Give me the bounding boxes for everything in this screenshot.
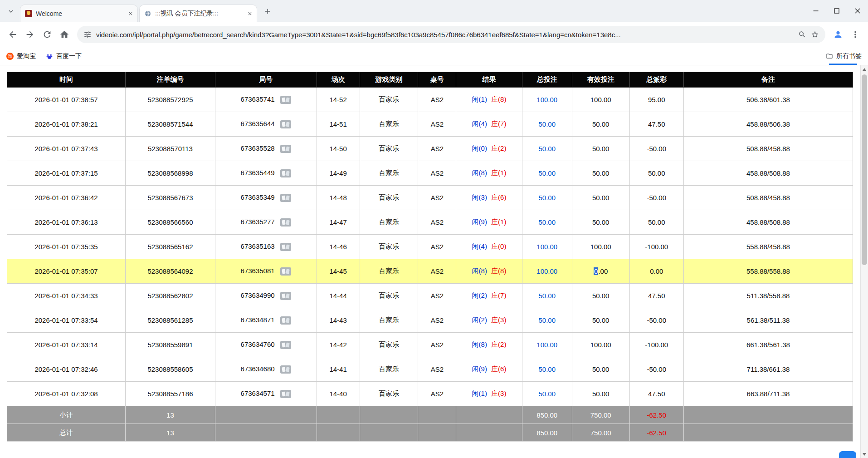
new-tab-button[interactable] (261, 5, 274, 18)
table-row[interactable]: 2026-01-01 07:33:14 523088559891 6736347… (7, 333, 853, 357)
forward-button[interactable] (22, 26, 38, 43)
home-button[interactable] (56, 26, 73, 43)
cell-remark: 711.38/661.38 (683, 357, 853, 382)
cell-result: 闲(9) 庄(6) (456, 357, 522, 382)
total-bet-link[interactable]: 50.00 (538, 194, 556, 202)
tab-title: Welcome (36, 10, 123, 17)
view-cards-icon[interactable] (280, 292, 291, 300)
menu-button[interactable] (847, 26, 863, 43)
total-bet-link[interactable]: 50.00 (538, 292, 556, 300)
cell-time: 2026-01-01 07:36:42 (7, 186, 126, 210)
bookmark-baidu[interactable]: 百度一下 (46, 52, 82, 60)
total-bet-link[interactable]: 50.00 (538, 218, 556, 226)
col-header-session: 场次 (317, 72, 360, 88)
result-banker: 庄(8) (491, 95, 506, 103)
view-cards-icon[interactable] (280, 267, 291, 276)
tab-close-icon[interactable] (127, 10, 135, 18)
cell-session: 14-42 (317, 333, 360, 357)
total-bet-link[interactable]: 100.00 (536, 267, 557, 275)
view-cards-icon[interactable] (280, 316, 291, 325)
cell-session: 14-50 (317, 137, 360, 161)
all-bookmarks-button[interactable]: 所有书签 (826, 52, 862, 60)
table-row[interactable]: 2026-01-01 07:36:42 523088567673 6736353… (7, 186, 853, 210)
corner-blue-button[interactable] (839, 451, 856, 458)
view-cards-icon[interactable] (280, 169, 291, 177)
total-bet-link[interactable]: 50.00 (538, 169, 556, 177)
result-banker: 庄(0) (491, 242, 506, 250)
bookmark-taobao[interactable]: 淘 爱淘宝 (6, 52, 36, 60)
table-row[interactable]: 2026-01-01 07:35:07 523088564092 6736350… (7, 259, 853, 284)
profile-button[interactable] (830, 26, 846, 43)
scrollbar-down-arrow[interactable] (861, 450, 868, 458)
bookmark-star-icon[interactable] (811, 30, 819, 39)
table-row[interactable]: 2026-01-01 07:36:13 523088566560 6736352… (7, 210, 853, 235)
refresh-button[interactable] (39, 26, 55, 43)
table-row[interactable]: 2026-01-01 07:35:35 523088565162 6736351… (7, 235, 853, 259)
cell-total-bet: 50.00 (522, 186, 572, 210)
table-row[interactable]: 2026-01-01 07:32:46 523088558605 6736346… (7, 357, 853, 382)
bookmark-label: 爱淘宝 (17, 52, 36, 60)
address-bar[interactable]: videoie.com/ipl/portal.php/game/betrecor… (77, 26, 825, 43)
site-info-icon[interactable] (83, 30, 92, 39)
table-row[interactable]: 2026-01-01 07:33:54 523088561285 6736348… (7, 308, 853, 333)
view-cards-icon[interactable] (280, 341, 291, 349)
zoom-icon[interactable] (798, 30, 806, 39)
tab-betrecord[interactable]: :::视讯 会员下注纪录::: (139, 5, 257, 22)
page-scrollbar[interactable] (860, 65, 868, 458)
view-cards-icon[interactable] (280, 218, 291, 227)
result-player: 闲(9) (472, 365, 487, 373)
total-valid-bet: 750.00 (572, 424, 629, 442)
total-bet-link[interactable]: 50.00 (538, 390, 556, 398)
table-row[interactable]: 2026-01-01 07:38:57 523088572925 6736357… (7, 88, 853, 112)
empty-cell (215, 406, 317, 424)
maximize-button[interactable] (826, 0, 847, 22)
cell-bet-id: 523088566560 (126, 210, 215, 235)
cell-time: 2026-01-01 07:37:15 (7, 161, 126, 186)
cell-round: 673635644 (215, 112, 317, 137)
baidu-paw-icon (46, 53, 53, 60)
tab-welcome[interactable]: Welcome (20, 5, 138, 22)
result-banker: 庄(1) (491, 169, 506, 177)
close-window-button[interactable] (847, 0, 868, 22)
cell-payout: 50.00 (629, 161, 683, 186)
view-cards-icon[interactable] (280, 120, 291, 128)
table-row[interactable]: 2026-01-01 07:38:21 523088571544 6736356… (7, 112, 853, 137)
total-bet-link[interactable]: 50.00 (538, 316, 556, 324)
cell-bet-id: 523088571544 (126, 112, 215, 137)
result-player: 闲(2) (472, 316, 487, 324)
bet-records-table: 时间 注单编号 局号 场次 游戏类别 桌号 结果 总投注 有效投注 总派彩 备注… (7, 72, 853, 442)
empty-cell (317, 406, 360, 424)
total-bet-link[interactable]: 50.00 (538, 365, 556, 373)
total-bet-link[interactable]: 100.00 (536, 96, 557, 103)
scrollbar-up-arrow[interactable] (861, 65, 868, 73)
table-row[interactable]: 2026-01-01 07:37:15 523088568998 6736354… (7, 161, 853, 186)
minimize-button[interactable] (805, 0, 826, 22)
tab-search-button[interactable] (5, 5, 17, 18)
view-cards-icon[interactable] (280, 194, 291, 202)
empty-cell (215, 424, 317, 442)
cell-table-no: AS2 (418, 161, 456, 186)
view-cards-icon[interactable] (280, 390, 291, 398)
cell-result: 闲(8) 庄(8) (456, 259, 522, 284)
view-cards-icon[interactable] (280, 96, 291, 104)
total-payout: -62.50 (629, 424, 683, 442)
total-bet-link[interactable]: 50.00 (538, 145, 556, 153)
total-bet-link[interactable]: 100.00 (536, 243, 557, 251)
table-row[interactable]: 2026-01-01 07:37:43 523088570113 6736355… (7, 137, 853, 161)
table-row[interactable]: 2026-01-01 07:32:08 523088557186 6736345… (7, 382, 853, 406)
tab-close-icon[interactable] (246, 10, 254, 18)
view-cards-icon[interactable] (280, 365, 291, 374)
scrollbar-thumb[interactable] (862, 74, 867, 265)
view-cards-icon[interactable] (280, 243, 291, 251)
result-player: 闲(8) (472, 340, 487, 348)
cell-payout: -50.00 (629, 186, 683, 210)
table-row[interactable]: 2026-01-01 07:34:33 523088562802 6736349… (7, 284, 853, 308)
cell-game-type: 百家乐 (360, 88, 418, 112)
back-button[interactable] (5, 26, 21, 43)
total-bet-link[interactable]: 50.00 (538, 120, 556, 128)
view-cards-icon[interactable] (280, 145, 291, 153)
cell-round: 673635449 (215, 161, 317, 186)
cell-time: 2026-01-01 07:34:33 (7, 284, 126, 308)
total-bet-link[interactable]: 100.00 (536, 341, 557, 349)
cell-time: 2026-01-01 07:32:08 (7, 382, 126, 406)
